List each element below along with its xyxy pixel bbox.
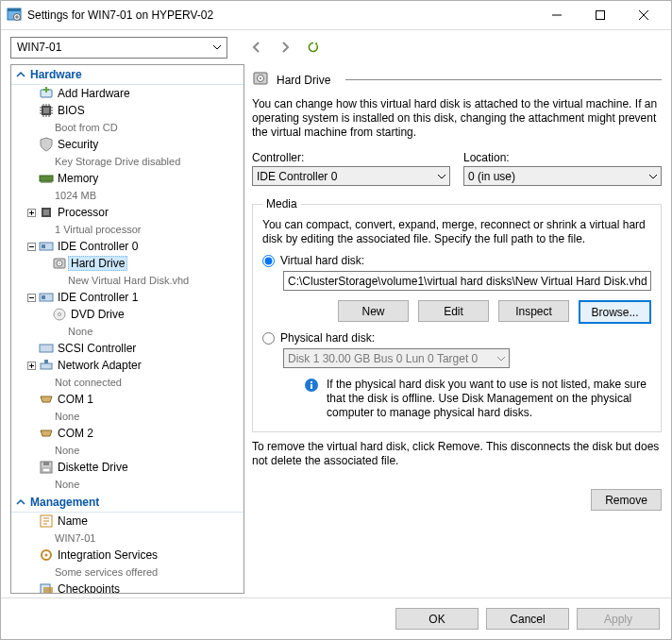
radio-vhd-label: Virtual hard disk: xyxy=(280,254,364,267)
tree-network[interactable]: Network Adapter xyxy=(11,357,244,374)
browse-button[interactable]: Browse... xyxy=(579,300,651,324)
tree-harddrive[interactable]: Hard Drive xyxy=(11,255,244,272)
vm-selector[interactable]: WIN7-01 xyxy=(10,37,227,59)
ok-button[interactable]: OK xyxy=(395,608,479,630)
tree-security[interactable]: Security xyxy=(11,136,244,153)
disk-icon xyxy=(252,70,269,90)
remove-button[interactable]: Remove xyxy=(591,489,662,511)
svg-rect-43 xyxy=(311,381,312,383)
location-select[interactable]: 0 (in use) xyxy=(463,166,662,186)
minimize-button[interactable] xyxy=(535,1,579,29)
svg-rect-9 xyxy=(40,176,53,181)
body: Hardware Add Hardware BIOS Boot from CD … xyxy=(1,64,671,598)
edit-button[interactable]: Edit xyxy=(418,300,489,322)
remove-description: To remove the virtual hard disk, click R… xyxy=(252,440,662,468)
vhd-path-input[interactable] xyxy=(283,271,651,291)
physical-info-text: If the physical hard disk you want to us… xyxy=(327,378,651,420)
name-icon xyxy=(38,514,55,529)
svg-rect-21 xyxy=(42,295,45,299)
svg-point-23 xyxy=(59,313,61,316)
app-icon xyxy=(7,7,22,25)
disk-icon xyxy=(51,256,68,271)
tree-ide0[interactable]: IDE Controller 0 xyxy=(11,238,244,255)
add-hardware-icon xyxy=(38,86,55,101)
tree-dvd[interactable]: DVD Drive xyxy=(11,306,244,323)
tree-add-hardware[interactable]: Add Hardware xyxy=(11,85,244,102)
svg-rect-27 xyxy=(44,360,48,363)
chip-icon xyxy=(38,103,55,118)
services-icon xyxy=(38,547,55,563)
hardware-section-header[interactable]: Hardware xyxy=(11,65,244,85)
panel-title: Hard Drive xyxy=(252,70,662,90)
sidebar[interactable]: Hardware Add Hardware BIOS Boot from CD … xyxy=(10,64,244,594)
physical-disk-select: Disk 1 30.00 GB Bus 0 Lun 0 Target 0 xyxy=(283,348,510,368)
svg-rect-12 xyxy=(43,210,49,215)
chevron-down-icon xyxy=(438,173,445,180)
tree-com1[interactable]: COM 1 xyxy=(11,391,244,408)
controller-label: Controller: xyxy=(252,151,450,164)
svg-point-40 xyxy=(260,77,261,79)
svg-rect-29 xyxy=(43,462,49,465)
inspect-button[interactable]: Inspect xyxy=(498,300,569,322)
footer: OK Cancel Apply xyxy=(1,598,671,639)
window-title: Settings for WIN7-01 on HYPERV-02 xyxy=(27,8,213,22)
svg-rect-1 xyxy=(8,8,21,11)
com-port-icon xyxy=(38,392,55,407)
chevron-down-icon xyxy=(497,355,505,362)
network-icon xyxy=(38,358,55,373)
svg-point-33 xyxy=(45,554,48,557)
svg-rect-15 xyxy=(42,244,45,248)
media-description: You can compact, convert, expand, merge,… xyxy=(262,218,651,246)
settings-window: Settings for WIN7-01 on HYPERV-02 WIN7-0… xyxy=(0,0,672,640)
tree-diskette[interactable]: Diskette Drive xyxy=(11,459,244,476)
new-button[interactable]: New xyxy=(338,300,409,322)
apply-button[interactable]: Apply xyxy=(577,608,660,630)
management-section-header[interactable]: Management xyxy=(11,493,244,513)
expander-icon[interactable] xyxy=(25,209,38,217)
radio-physical[interactable] xyxy=(262,332,275,345)
maximize-button[interactable] xyxy=(579,1,622,29)
tree-name[interactable]: Name xyxy=(11,513,244,530)
shield-icon xyxy=(38,137,55,152)
chip-icon xyxy=(38,205,55,220)
svg-rect-8 xyxy=(43,108,49,113)
tree-scsi[interactable]: SCSI Controller xyxy=(11,340,244,357)
dvd-icon xyxy=(51,307,68,322)
chevron-up-icon xyxy=(15,69,26,80)
location-label: Location: xyxy=(463,151,662,164)
svg-rect-42 xyxy=(311,384,312,389)
svg-rect-35 xyxy=(43,587,53,594)
info-icon xyxy=(304,378,319,420)
radio-physical-label: Physical hard disk: xyxy=(280,331,375,345)
chevron-down-icon xyxy=(213,43,221,51)
radio-vhd[interactable] xyxy=(262,255,275,267)
tree-processor[interactable]: Processor xyxy=(11,204,244,221)
cancel-button[interactable]: Cancel xyxy=(486,608,569,630)
tree-bios-sub: Boot from CD xyxy=(11,119,244,136)
svg-rect-6 xyxy=(43,89,49,91)
tree-checkpoints[interactable]: Checkpoints xyxy=(11,581,244,594)
memory-icon xyxy=(38,171,55,186)
controller-select[interactable]: IDE Controller 0 xyxy=(252,166,450,186)
close-button[interactable] xyxy=(622,1,665,29)
tree-ide1[interactable]: IDE Controller 1 xyxy=(11,289,244,306)
top-row: WIN7-01 xyxy=(1,30,671,64)
nav-back-button[interactable] xyxy=(246,37,267,58)
com-port-icon xyxy=(38,426,55,441)
chevron-down-icon xyxy=(649,173,657,180)
refresh-button[interactable] xyxy=(303,37,324,58)
tree-integration[interactable]: Integration Services xyxy=(11,547,244,564)
controller-icon xyxy=(38,239,55,254)
nav-forward-button[interactable] xyxy=(275,37,295,58)
floppy-icon xyxy=(38,460,55,475)
chevron-up-icon xyxy=(15,497,26,508)
panel-description: You can change how this virtual hard dis… xyxy=(252,97,662,140)
tree-bios[interactable]: BIOS xyxy=(11,102,244,119)
controller-icon xyxy=(38,290,55,305)
svg-rect-24 xyxy=(40,345,53,352)
tree-com2[interactable]: COM 2 xyxy=(11,425,244,442)
svg-rect-26 xyxy=(41,363,52,369)
svg-rect-30 xyxy=(42,468,50,472)
tree-memory[interactable]: Memory xyxy=(11,170,244,187)
media-fieldset: Media You can compact, convert, expand, … xyxy=(252,197,662,432)
